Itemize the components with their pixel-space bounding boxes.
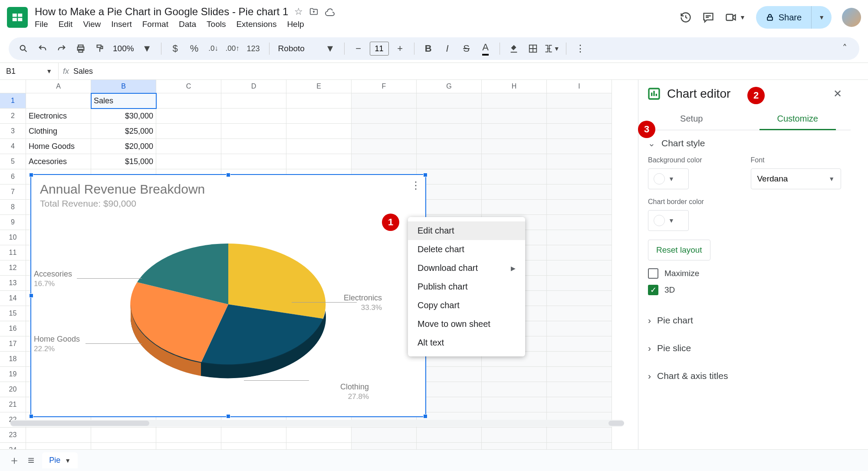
cell-a4[interactable]: Home Goods — [26, 139, 91, 154]
ctx-delete-chart[interactable]: Delete chart — [408, 240, 525, 259]
maximize-checkbox[interactable]: Maximize — [648, 268, 841, 279]
cell-a2[interactable]: Electronics — [26, 109, 91, 124]
share-dropdown[interactable]: ▼ — [811, 6, 832, 29]
menu-insert[interactable]: Insert — [111, 20, 132, 29]
menu-data[interactable]: Data — [179, 20, 196, 29]
cell-b2[interactable]: $30,000 — [91, 109, 156, 124]
cell-b3[interactable]: $25,000 — [91, 124, 156, 139]
meet-icon[interactable]: ▼ — [725, 11, 746, 23]
sheet-area[interactable]: A B C D E F G H I 1Sales 2Electronics$30… — [0, 80, 638, 449]
row-header-10[interactable]: 10 — [0, 230, 26, 245]
col-header-f[interactable]: F — [352, 80, 417, 93]
border-color-picker[interactable]: ▼ — [648, 210, 689, 231]
menu-help[interactable]: Help — [287, 20, 304, 29]
resize-handle[interactable] — [423, 414, 427, 418]
move-to-folder-icon[interactable] — [309, 7, 319, 16]
row-header-21[interactable]: 21 — [0, 397, 26, 412]
menu-extensions[interactable]: Extensions — [236, 20, 276, 29]
more-tools-icon[interactable]: ⋮ — [572, 41, 588, 56]
bold-icon[interactable]: B — [421, 41, 436, 56]
sheet-tab-menu-icon[interactable]: ▼ — [65, 457, 71, 464]
row-header-20[interactable]: 20 — [0, 382, 26, 397]
col-header-b[interactable]: B — [91, 80, 156, 93]
row-header-3[interactable]: 3 — [0, 124, 26, 139]
col-header-a[interactable]: A — [26, 80, 91, 93]
search-menu-icon[interactable] — [16, 41, 31, 56]
bg-color-picker[interactable]: ▼ — [648, 168, 689, 189]
col-header-g[interactable]: G — [417, 80, 482, 93]
section-pie-slice[interactable]: ›Pie slice — [638, 334, 851, 362]
menu-file[interactable]: File — [35, 20, 48, 29]
font-size-decrease[interactable]: − — [351, 41, 366, 56]
ctx-publish-chart[interactable]: Publish chart — [408, 277, 525, 296]
cell-b4[interactable]: $20,000 — [91, 139, 156, 154]
col-header-d[interactable]: D — [221, 80, 286, 93]
row-header-15[interactable]: 15 — [0, 306, 26, 321]
row-header-18[interactable]: 18 — [0, 352, 26, 367]
col-header-e[interactable]: E — [286, 80, 352, 93]
3d-checkbox[interactable]: ✓3D — [648, 285, 841, 295]
zoom-dropdown-icon[interactable]: ▼ — [139, 41, 155, 56]
scrollbar-thumb[interactable] — [10, 421, 149, 426]
comments-icon[interactable] — [702, 11, 714, 23]
row-header-17[interactable]: 17 — [0, 336, 26, 352]
ctx-alt-text[interactable]: Alt text — [408, 333, 525, 352]
chart-font-select[interactable]: Verdana▼ — [751, 168, 842, 189]
share-button[interactable]: Share ▼ — [756, 6, 832, 29]
resize-handle[interactable] — [423, 173, 427, 177]
row-header-19[interactable]: 19 — [0, 367, 26, 382]
borders-icon[interactable] — [525, 41, 541, 56]
horizontal-scrollbar[interactable] — [10, 420, 624, 427]
undo-icon[interactable] — [35, 41, 50, 56]
text-color-icon[interactable]: A — [478, 41, 493, 56]
row-header-13[interactable]: 13 — [0, 276, 26, 291]
currency-icon[interactable]: $ — [168, 41, 183, 56]
italic-icon[interactable]: I — [440, 41, 455, 56]
close-sidebar-icon[interactable]: ✕ — [833, 88, 842, 100]
row-header-9[interactable]: 9 — [0, 215, 26, 230]
account-avatar[interactable] — [842, 8, 861, 27]
section-chart-style[interactable]: ⌄Chart style — [638, 130, 851, 156]
row-header-7[interactable]: 7 — [0, 184, 26, 200]
cell-a3[interactable]: Clothing — [26, 124, 91, 139]
row-header-24[interactable]: 24 — [0, 443, 26, 449]
row-header-11[interactable]: 11 — [0, 245, 26, 260]
formula-input[interactable]: Sales — [73, 67, 93, 76]
ctx-copy-chart[interactable]: Copy chart — [408, 296, 525, 315]
row-header-23[interactable]: 23 — [0, 428, 26, 443]
cell-b1[interactable]: Sales — [91, 93, 156, 109]
row-header-2[interactable]: 2 — [0, 109, 26, 124]
row-header-14[interactable]: 14 — [0, 291, 26, 306]
cloud-status-icon[interactable] — [325, 7, 335, 17]
row-header-8[interactable]: 8 — [0, 200, 26, 215]
section-pie-chart[interactable]: ›Pie chart — [638, 306, 851, 334]
menu-tools[interactable]: Tools — [207, 20, 226, 29]
resize-handle[interactable] — [226, 414, 230, 418]
chart-menu-icon[interactable]: ⋮ — [411, 179, 421, 191]
menu-edit[interactable]: Edit — [59, 20, 73, 29]
all-sheets-icon[interactable]: ≡ — [28, 454, 34, 467]
select-all-corner[interactable] — [0, 80, 26, 93]
ctx-download-chart[interactable]: Download chart▶ — [408, 259, 525, 277]
increase-decimal-icon[interactable]: .00↑ — [225, 41, 240, 56]
resize-handle[interactable] — [226, 173, 230, 177]
print-icon[interactable] — [73, 41, 89, 56]
col-header-c[interactable]: C — [156, 80, 221, 93]
history-icon[interactable] — [680, 11, 692, 23]
row-header-4[interactable]: 4 — [0, 139, 26, 154]
cell-b5[interactable]: $15,000 — [91, 154, 156, 169]
zoom-level[interactable]: 100% — [111, 44, 136, 53]
percent-icon[interactable]: % — [187, 41, 202, 56]
number-format-icon[interactable]: 123 — [244, 41, 263, 56]
sheets-logo-icon[interactable] — [7, 7, 28, 28]
col-header-i[interactable]: I — [547, 80, 612, 93]
doc-title[interactable]: How to Make a Pie Chart in Google Slides… — [35, 6, 288, 18]
reset-layout-button[interactable]: Reset layout — [648, 240, 710, 260]
resize-handle[interactable] — [29, 173, 33, 177]
cell-a1[interactable] — [26, 93, 91, 109]
font-family[interactable]: Roboto — [276, 44, 319, 53]
font-dropdown-icon[interactable]: ▼ — [322, 41, 338, 56]
decrease-decimal-icon[interactable]: .0↓ — [206, 41, 221, 56]
star-icon[interactable]: ☆ — [294, 6, 303, 17]
cell-a5[interactable]: Accesories — [26, 154, 91, 169]
